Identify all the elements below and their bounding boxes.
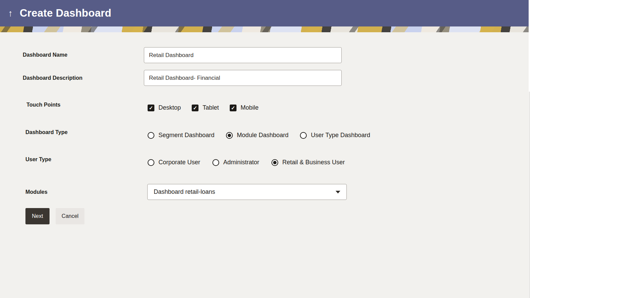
touch-points-group: Desktop Tablet Mobile bbox=[148, 104, 259, 111]
radio-user-type-dashboard[interactable]: User Type Dashboard bbox=[300, 132, 370, 139]
radio-administrator[interactable]: Administrator bbox=[212, 159, 259, 166]
modules-label: Modules bbox=[25, 189, 48, 195]
header: ↑ Create Dashboard bbox=[0, 0, 529, 26]
cancel-button[interactable]: Cancel bbox=[56, 208, 84, 224]
user-type-label: User Type bbox=[25, 156, 51, 163]
create-dashboard-screen: ↑ Create Dashboard Dashboard Name Dashbo… bbox=[0, 0, 529, 298]
checkbox-icon bbox=[230, 105, 236, 111]
radio-label: User Type Dashboard bbox=[311, 132, 370, 139]
radio-icon bbox=[212, 159, 219, 166]
page-title: Create Dashboard bbox=[20, 7, 111, 19]
checkbox-label: Tablet bbox=[203, 104, 219, 111]
radio-label: Corporate User bbox=[158, 159, 200, 166]
radio-icon bbox=[300, 132, 307, 139]
checkbox-tablet[interactable]: Tablet bbox=[192, 104, 219, 111]
create-dashboard-form: Dashboard Name Dashboard Description Tou… bbox=[0, 32, 529, 298]
modules-select-value: Dashboard retail-loans bbox=[154, 188, 215, 195]
radio-icon bbox=[148, 132, 154, 139]
radio-label: Administrator bbox=[223, 159, 259, 166]
user-type-group: Corporate User Administrator Retail & Bu… bbox=[148, 159, 345, 166]
dashboard-name-input[interactable] bbox=[144, 47, 342, 63]
checkbox-icon bbox=[148, 105, 154, 111]
radio-label: Retail & Business User bbox=[282, 159, 345, 166]
checkbox-desktop[interactable]: Desktop bbox=[148, 104, 181, 111]
radio-corporate-user[interactable]: Corporate User bbox=[148, 159, 200, 166]
dashboard-type-group: Segment Dashboard Module Dashboard User … bbox=[148, 132, 370, 139]
radio-module-dashboard[interactable]: Module Dashboard bbox=[226, 132, 288, 139]
radio-retail-business-user[interactable]: Retail & Business User bbox=[271, 159, 345, 166]
radio-icon bbox=[271, 159, 278, 166]
dashboard-description-label: Dashboard Description bbox=[23, 75, 82, 81]
dashboard-type-label: Dashboard Type bbox=[25, 129, 68, 135]
checkbox-label: Desktop bbox=[158, 104, 181, 111]
radio-label: Segment Dashboard bbox=[158, 132, 214, 139]
chevron-down-icon bbox=[336, 191, 340, 193]
checkbox-label: Mobile bbox=[241, 104, 259, 111]
touch-points-label: Touch Points bbox=[26, 102, 60, 108]
back-arrow-icon[interactable]: ↑ bbox=[8, 9, 20, 18]
modules-select[interactable]: Dashboard retail-loans bbox=[147, 184, 347, 200]
radio-label: Module Dashboard bbox=[237, 132, 288, 139]
scrollbar[interactable] bbox=[529, 92, 530, 298]
dashboard-description-input[interactable] bbox=[144, 70, 342, 86]
dashboard-name-label: Dashboard Name bbox=[23, 52, 68, 58]
radio-segment-dashboard[interactable]: Segment Dashboard bbox=[148, 132, 214, 139]
checkbox-icon bbox=[192, 105, 198, 111]
decorative-banner bbox=[0, 26, 529, 32]
radio-icon bbox=[226, 132, 233, 139]
radio-icon bbox=[148, 159, 154, 166]
next-button[interactable]: Next bbox=[25, 208, 50, 224]
checkbox-mobile[interactable]: Mobile bbox=[230, 104, 259, 111]
